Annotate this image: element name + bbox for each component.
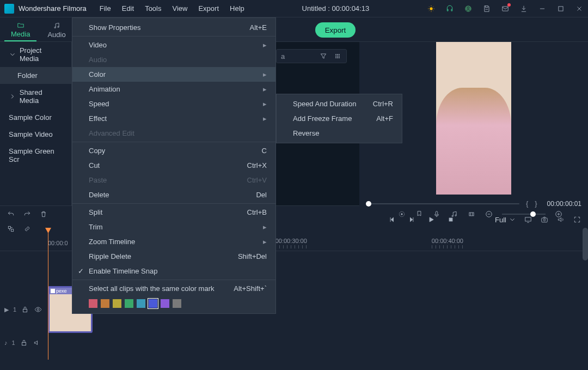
video-preview[interactable] [436, 42, 511, 195]
close-icon[interactable] [575, 4, 584, 13]
display-icon[interactable] [524, 215, 532, 224]
submenu-speed-duration[interactable]: Speed And DurationCtrl+R [277, 96, 402, 111]
zoom-slider[interactable] [502, 214, 546, 215]
swatch-green[interactable] [125, 299, 133, 308]
timeline-scrollbar[interactable] [583, 228, 588, 260]
eye-icon[interactable] [34, 305, 42, 314]
ctx-trim[interactable]: Trim▸ [72, 220, 275, 234]
grid-view-icon[interactable] [333, 52, 342, 60]
ctx-cut[interactable]: CutCtrl+X [72, 158, 275, 173]
account-icon[interactable] [464, 4, 473, 13]
tab-media-label: Media [11, 30, 30, 38]
svg-point-12 [452, 215, 453, 216]
svg-rect-7 [542, 218, 548, 222]
ctx-color[interactable]: Color▸ [72, 67, 275, 82]
audio-settings-icon[interactable] [450, 210, 458, 219]
ctx-show-properties[interactable]: Show PropertiesAlt+E [72, 20, 275, 35]
link-icon[interactable] [23, 225, 32, 233]
color-mark-swatches [72, 296, 275, 311]
prev-frame-icon[interactable] [388, 215, 396, 224]
sidebar-item-folder[interactable]: Folder [0, 67, 71, 84]
menu-tools[interactable]: Tools [145, 4, 161, 13]
mail-icon[interactable] [501, 4, 510, 13]
ctx-speed[interactable]: Speed▸ [72, 96, 275, 111]
swatch-cyan[interactable] [137, 299, 145, 308]
marker-icon[interactable] [415, 210, 424, 219]
crop-icon[interactable] [467, 210, 476, 219]
undo-icon[interactable] [7, 210, 15, 219]
swatch-blue[interactable] [149, 299, 157, 308]
menu-help[interactable]: Help [230, 4, 244, 13]
ctx-paste: PasteCtrl+V [72, 173, 275, 187]
menu-export[interactable]: Export [198, 4, 219, 13]
filter-icon[interactable] [319, 52, 328, 60]
app-title: Wondershare Filmora [19, 4, 87, 13]
swatch-purple[interactable] [161, 299, 169, 308]
swatch-red[interactable] [89, 299, 97, 308]
context-menu: Show PropertiesAlt+E Video▸ Audio Color▸… [72, 17, 276, 314]
menu-edit[interactable]: Edit [122, 4, 134, 13]
ctx-video[interactable]: Video▸ [72, 38, 275, 52]
swatch-yellow[interactable] [113, 299, 121, 308]
minimize-icon[interactable] [538, 4, 547, 13]
submenu-reverse[interactable]: Reverse [277, 126, 402, 141]
brace-close-icon[interactable]: } [535, 199, 537, 208]
audio-track-1[interactable]: ♪1 [4, 336, 588, 349]
zoom-in-icon[interactable] [554, 210, 563, 219]
svg-point-22 [336, 54, 336, 55]
svg-point-10 [401, 214, 402, 215]
preview-scrubber[interactable] [366, 203, 519, 204]
ctx-delete[interactable]: DeleteDel [72, 187, 275, 202]
redo-icon[interactable] [23, 210, 32, 219]
record-icon[interactable] [397, 210, 406, 219]
sidebar-item-sample-color[interactable]: Sample Color [0, 109, 71, 126]
lock-icon[interactable] [20, 338, 28, 347]
sidebar-item-sample-video[interactable]: Sample Video [0, 126, 71, 143]
speed-submenu: Speed And DurationCtrl+R Add Freeze Fram… [276, 94, 402, 143]
svg-point-29 [337, 57, 338, 58]
ctx-effect[interactable]: Effect▸ [72, 111, 275, 126]
ctx-zoom-timeline[interactable]: Zoom Timeline▸ [72, 234, 275, 249]
app-logo-icon [4, 4, 14, 14]
submenu-freeze-frame[interactable]: Add Freeze FrameAlt+F [277, 111, 402, 126]
ctx-ripple-delete[interactable]: Ripple DeleteShift+Del [72, 249, 275, 264]
svg-point-8 [543, 219, 546, 221]
svg-rect-18 [11, 229, 14, 232]
sidebar-item-shared-media[interactable]: Shared Media [0, 84, 71, 109]
menu-view[interactable]: View [172, 4, 187, 13]
svg-point-26 [337, 56, 338, 56]
zoom-out-icon[interactable] [485, 210, 493, 219]
trash-icon[interactable] [39, 210, 48, 219]
export-button[interactable]: Export [315, 22, 356, 38]
brace-open-icon[interactable]: { [526, 199, 528, 208]
match-media-icon[interactable] [7, 225, 15, 233]
save-icon[interactable] [482, 4, 491, 13]
tab-media[interactable]: Media [4, 20, 36, 41]
sidebar-item-project-media[interactable]: Project Media [0, 42, 71, 67]
menu-file[interactable]: File [100, 4, 111, 13]
svg-point-25 [336, 56, 336, 56]
quality-dropdown[interactable]: Full [495, 216, 516, 224]
mic-icon[interactable] [432, 210, 441, 219]
chevron-right-icon [9, 93, 16, 100]
headset-icon[interactable] [445, 4, 454, 13]
snapshot-icon[interactable] [540, 215, 549, 224]
fullscreen-icon[interactable] [573, 215, 581, 224]
speaker-icon[interactable] [33, 338, 41, 347]
lock-icon[interactable] [21, 305, 29, 314]
ctx-select-all-mark[interactable]: Select all clips with the same color mar… [72, 281, 275, 296]
ctx-copy[interactable]: CopyC [72, 143, 275, 158]
search-input[interactable]: a [281, 52, 297, 60]
swatch-gray[interactable] [173, 299, 181, 308]
swatch-orange[interactable] [101, 299, 109, 308]
ctx-enable-snap[interactable]: ✓Enable Timeline Snap [72, 264, 275, 278]
ctx-animation[interactable]: Animation▸ [72, 82, 275, 96]
playhead[interactable] [48, 229, 48, 360]
ctx-split[interactable]: SplitCtrl+B [72, 205, 275, 220]
svg-point-23 [337, 54, 338, 55]
tab-audio[interactable]: Audio [41, 20, 72, 41]
download-icon[interactable] [519, 4, 528, 13]
sidebar-item-sample-green[interactable]: Sample Green Scr [0, 143, 71, 168]
maximize-icon[interactable] [556, 4, 565, 13]
hint-icon[interactable] [427, 4, 436, 13]
